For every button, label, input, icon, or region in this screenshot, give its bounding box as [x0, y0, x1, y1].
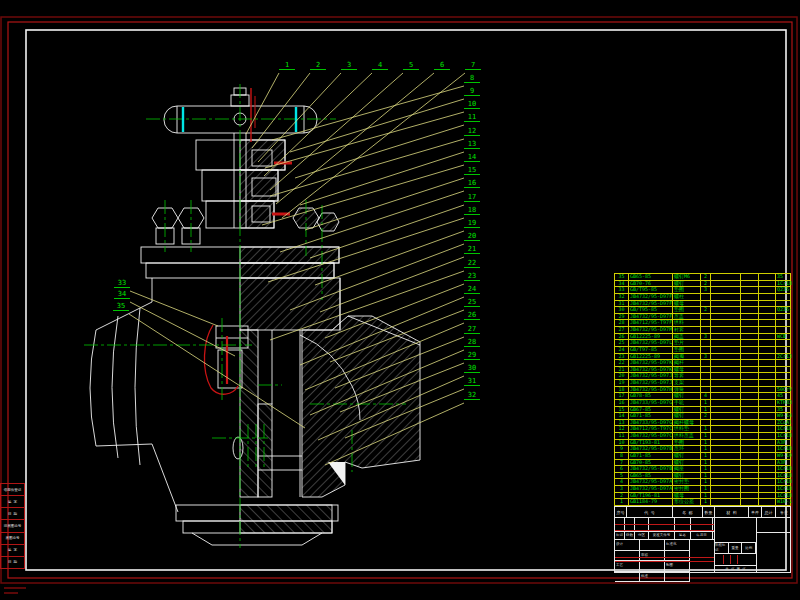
bom-cell: [741, 301, 759, 307]
bom-cell: GB65-85: [629, 473, 673, 479]
bom-cell: [701, 320, 711, 326]
bom-cell: [711, 367, 741, 373]
bom-cell: GB/T193-81: [629, 440, 673, 446]
left-table-row: 日 期: [1, 508, 24, 520]
bom-cell: 17: [615, 393, 629, 399]
bom-cell: [741, 320, 759, 326]
bom-row-27: 27JB4732/95-D97M3衬套: [615, 327, 790, 334]
cad-canvas[interactable]: 1234567891011121314151617181920212223242…: [0, 0, 800, 600]
leader-line-14: [262, 165, 464, 225]
drawing-number-block: [757, 518, 790, 573]
leader-line-34: [130, 302, 235, 356]
bom-cell: 22: [615, 360, 629, 366]
bom-cell: 手轮: [673, 400, 701, 406]
bom-cell: 2: [615, 493, 629, 499]
bom-cell: 19: [615, 380, 629, 386]
leader-line-35: [129, 314, 305, 428]
signature-cell: 制图: [665, 561, 690, 572]
bom-row-22: 22JB4732/95-D97K1阀杆: [615, 360, 790, 367]
bom-row-7: 7GB70-85螺钉1A3F: [615, 460, 790, 467]
bom-cell: 33: [615, 287, 629, 293]
bom-cell: [741, 400, 759, 406]
bom-cell: 1: [701, 460, 711, 466]
bom-cell: [759, 301, 776, 307]
bom-cell: GB65-85: [629, 274, 673, 280]
leader-line-15: [305, 178, 464, 230]
bom-cell: [741, 486, 759, 492]
bom-cell: [701, 294, 711, 300]
bom-cell: [759, 433, 776, 439]
bom-row-35: 35GB65-85螺钉M6235: [615, 274, 790, 281]
bom-cell: 6: [615, 466, 629, 472]
bom-cell: 1: [701, 499, 711, 505]
bom-cell: [711, 466, 741, 472]
bom-cell: JB4712/95-T97C5: [629, 426, 673, 432]
callout-label-1: 1: [279, 62, 295, 70]
bom-cell: [741, 314, 759, 320]
bom-cell: 螺钉M6: [673, 274, 701, 280]
drawing-number-cell: [757, 518, 790, 533]
callout-label-8: 8: [464, 75, 480, 83]
bom-cell: [759, 314, 776, 320]
bom-cell: [701, 327, 711, 333]
bom-cell: 1Cr18Ni9Ti: [776, 446, 792, 452]
bom-cell: [741, 453, 759, 459]
callout-label-33: 33: [114, 280, 130, 288]
bom-cell: 垫圈: [673, 347, 701, 353]
callout-label-2: 2: [310, 62, 326, 70]
bom-cell: 1Cr18Ni9Ti: [776, 426, 792, 432]
bom-cell: 35: [776, 274, 792, 280]
callout-label-3: 3: [341, 62, 357, 70]
sheet-count-label: 共 张 第 张: [715, 566, 756, 573]
callout-label-16: 16: [464, 180, 480, 188]
bom-cell: [741, 493, 759, 499]
callout-label-31: 31: [464, 378, 480, 386]
bom-cell: [711, 340, 741, 346]
bom-cell: 1: [701, 486, 711, 492]
bom-cell: 1: [701, 433, 711, 439]
bom-cell: [741, 499, 759, 505]
bom-cell: 垫片: [673, 340, 701, 346]
bom-cell: 5: [615, 473, 629, 479]
bom-cell: [711, 274, 741, 280]
callout-label-4: 4: [372, 62, 388, 70]
bom-row-31: 31JB4732/95-D97F6螺母: [615, 301, 790, 308]
bom-cell: GB/T95-85: [629, 307, 673, 313]
bom-cell: 1: [615, 499, 629, 505]
bom-cell: [711, 407, 741, 413]
bom-cell: 螺钉: [673, 460, 701, 466]
bom-cell: 螺钉: [673, 453, 701, 459]
signature-cell: [615, 551, 640, 562]
bom-cell: [759, 393, 776, 399]
bom-cell: 2: [701, 413, 711, 419]
revision-label: 签名: [675, 532, 691, 539]
bom-cell: 阀座: [673, 466, 701, 472]
bom-cell: 20: [615, 373, 629, 379]
left-table-row: 旧底图总号: [1, 520, 24, 532]
bom-cell: 1: [701, 426, 711, 432]
bom-cell: 3: [701, 287, 711, 293]
bom-cell: 1: [701, 440, 711, 446]
bom-row-14: 14GB71-85螺钉2W9-14: [615, 413, 790, 420]
callout-label-24: 24: [464, 286, 480, 294]
bom-cell: [741, 387, 759, 393]
signature-cell: 标准化: [665, 540, 690, 551]
bom-cell: [759, 486, 776, 492]
bom-row-34: 34GB70-76螺钉21Cr18Ni9Ti: [615, 281, 790, 288]
bom-cell: 1Cr18Ni9Ti: [776, 486, 792, 492]
bom-cell: [741, 287, 759, 293]
bom-cell: [711, 493, 741, 499]
bom-cell: [741, 340, 759, 346]
bom-row-32: 32JB4732/95-D97F1螺柱: [615, 294, 790, 301]
bom-cell: 1: [701, 493, 711, 499]
revision-label: 标记: [615, 532, 625, 539]
bom-table: 35GB65-85螺钉M623534GB70-76螺钉21Cr18Ni9Ti33…: [614, 273, 791, 506]
cyan-grip-ticks: [183, 107, 296, 132]
bom-cell: [711, 433, 741, 439]
bom-row-10: 10GB/T193-81垫圈1A3F: [615, 440, 790, 447]
bom-cell: [741, 426, 759, 432]
bom-cell: 1Cr18Ni9Ti: [776, 493, 792, 499]
bom-cell: 35: [776, 407, 792, 413]
bom-cell: [759, 334, 776, 340]
bom-cell: [711, 460, 741, 466]
